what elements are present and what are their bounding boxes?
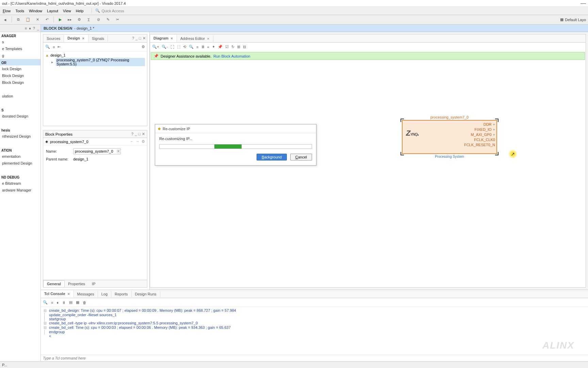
tab-address-editor[interactable]: Address Editor✕ [177,35,213,42]
ip-block-ps7[interactable]: processing_system7_0 ZYNQ. DDR+ FIXED_IO… [402,115,497,158]
tab-general[interactable]: General [43,280,65,287]
grid-icon[interactable]: ▦ [76,300,79,305]
design-tree[interactable]: ▲ design_1 ▸ processing_system7_0 (ZYNQ7… [43,51,147,126]
cancel-run-button[interactable]: ⊘ [95,17,101,23]
name-input[interactable] [73,148,121,154]
menu-tools[interactable]: Tools [15,9,24,13]
close-icon[interactable]: ✕ [142,132,145,136]
nav-item[interactable]: e Templates [0,45,40,52]
reload-icon[interactable]: ↻ [231,45,234,49]
search-icon[interactable]: 🔍 [189,45,194,49]
cancel-button[interactable]: Cancel [290,154,312,160]
background-button[interactable]: Background [257,154,287,160]
refresh-icon[interactable]: ⟲ [183,45,186,49]
help-icon[interactable]: ? [131,132,133,136]
pin-icon[interactable]: 📌 [218,45,223,49]
filter-icon[interactable]: ≡ [53,45,55,49]
search-icon[interactable]: 🔍 [45,45,50,49]
maximize-icon[interactable]: □ [138,132,141,136]
tab-tcl-console[interactable]: Tcl Console✕ [41,290,74,298]
prev-button[interactable]: ← [130,139,134,144]
collapse-icon[interactable]: ♦ [56,301,59,305]
console-output[interactable]: ⊟create_bd_design: Time (s): cpu = 00:00… [41,307,588,355]
run-block-automation-link[interactable]: Run Block Automation [213,54,250,58]
minimize-icon[interactable]: _ [135,132,137,136]
expand-icon[interactable]: ♦ [29,26,31,30]
trash-icon[interactable]: 🗑 [83,301,86,305]
ip-port[interactable]: FIXED_IO+ [464,127,495,132]
add-icon[interactable]: + [207,45,209,49]
tab-sources[interactable]: Sources [43,35,64,42]
minimize-icon[interactable]: _ [135,36,137,41]
regroup-icon[interactable]: ⊟ [243,45,246,49]
nav-item[interactable]: lock Design [0,65,40,72]
filter-icon[interactable]: ≡ [51,301,53,305]
scissors-button[interactable]: ✂ [114,17,120,23]
collapse-icon[interactable]: ⇤ [58,45,61,49]
wand-icon[interactable]: ✦ [212,45,215,49]
nav-item[interactable]: nthesized Design [0,133,40,140]
undo-button[interactable]: ↶ [44,17,50,23]
search-icon[interactable]: 🔍 [43,300,48,305]
menu-layout[interactable]: Layout [47,9,58,13]
nav-item[interactable]: iborated Design [0,113,40,120]
tab-log[interactable]: Log [98,291,111,297]
menu-help[interactable]: Help [76,9,84,13]
close-icon[interactable]: ✕ [143,36,146,41]
nav-item[interactable]: ardware Manager [0,187,40,194]
tab-design-runs[interactable]: Design Runs [132,291,160,297]
nav-item[interactable]: e Bitstream [0,180,40,187]
clear-icon[interactable]: ✕ [116,149,121,154]
nav-item[interactable]: g [0,52,40,59]
tab-design[interactable]: Design✕ [64,35,88,42]
collapse-icon[interactable]: ≡ [25,26,27,30]
tcl-command-input[interactable] [43,356,586,360]
pause-icon[interactable]: ⏸ [62,301,66,305]
nav-item[interactable]: ementation [0,153,40,160]
nav-item[interactable]: plemented Design [0,160,40,167]
copy-button[interactable]: ⧉ [15,17,21,23]
zoom-in-icon[interactable]: 🔍+ [152,45,159,49]
cut-button[interactable]: ✕ [34,17,40,23]
ip-port[interactable]: DDR+ [464,122,495,127]
ip-port[interactable]: M_AXI_GP0+ [464,132,495,137]
close-icon[interactable]: ✕ [207,37,210,41]
nav-item[interactable]: s [0,39,40,45]
gear-icon[interactable]: ⚙ [142,139,145,144]
tree-root[interactable]: ▲ design_1 [45,53,145,58]
minimize-button[interactable]: — [581,0,586,6]
step-button[interactable]: ▸▸ [67,17,73,23]
maximize-icon[interactable]: □ [139,36,141,41]
nav-item[interactable]: Block Design [0,72,40,79]
close-icon[interactable]: ✕ [67,292,70,296]
expand-icon[interactable]: ≣ [201,45,205,49]
edit-button[interactable]: ✎ [105,17,111,23]
zoom-out-icon[interactable]: 🔍- [162,45,168,49]
tab-properties[interactable]: Properties [65,281,88,287]
help-icon[interactable]: ? [132,36,134,41]
menu-window[interactable]: Window [29,9,42,13]
back-button[interactable]: ◄ [2,17,8,23]
tree-item[interactable]: ▸ processing_system7_0 (ZYNQ7 Processing… [45,58,145,66]
paste-button[interactable]: 📋 [25,17,31,23]
quick-access[interactable]: 🔍 Quick Access [92,9,124,13]
diagram-canvas[interactable]: processing_system7_0 ZYNQ. DDR+ FIXED_IO… [150,61,586,287]
close-icon[interactable]: ✕ [170,37,173,40]
tab-ip[interactable]: IP [88,281,99,287]
check-icon[interactable]: ☑ [225,45,229,49]
nav-item[interactable]: Block Design [0,79,40,86]
help-icon[interactable]: ? [33,26,35,30]
tab-signals[interactable]: Signals [88,35,108,42]
tab-messages[interactable]: Messages [74,291,98,297]
ip-port[interactable]: FCLK_RESET0_N [464,142,495,148]
ip-port[interactable]: FCLK_CLK0 [464,137,495,142]
run-button[interactable]: ▶ [57,17,63,23]
gear-icon[interactable]: ⚙ [142,45,145,49]
select-icon[interactable]: ⬚ [177,45,180,49]
close-icon[interactable]: ✕ [82,37,85,40]
next-button[interactable]: → [136,139,140,144]
menu-view[interactable]: View [63,9,71,13]
layout-selector[interactable]: ▦ Default Layo [560,17,586,22]
minimize-panel-icon[interactable]: _ [37,26,39,30]
nav-item-simulation[interactable]: ulation [0,93,40,99]
